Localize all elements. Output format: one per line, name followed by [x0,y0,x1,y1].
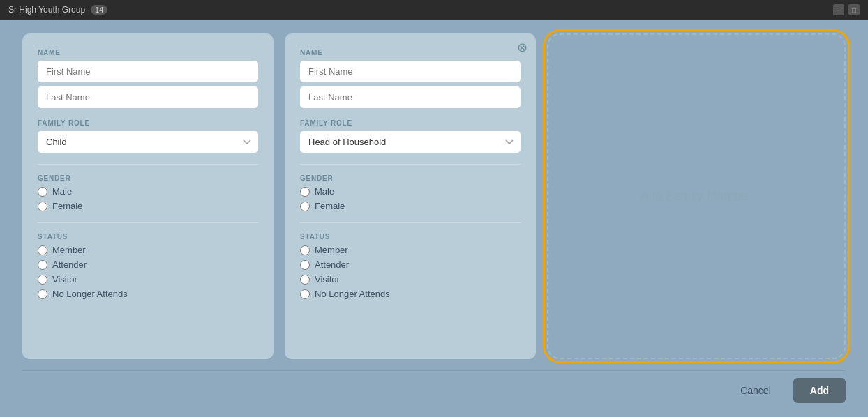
modal-body: NAME FAMILY ROLE Child Head of Household… [22,33,846,370]
gender-female-label-1: Female [52,201,82,211]
modal: NAME FAMILY ROLE Child Head of Household… [22,33,846,403]
divider-3 [300,164,521,165]
status-nla-radio-2[interactable] [300,289,310,299]
gender-radios-1: Male Female [38,186,258,211]
status-group-1: STATUS Member Attender Visitor [38,233,258,299]
gender-male-radio-1[interactable] [38,187,47,197]
status-visitor-label-1: Visitor [52,274,77,285]
family-role-select-1[interactable]: Child Head of Household Spouse Dependent [38,131,258,153]
family-role-group-1: FAMILY ROLE Child Head of Household Spou… [38,119,258,153]
status-attender-label-2: Attender [315,259,349,270]
status-radios-1: Member Attender Visitor No Longer A [38,245,258,299]
status-attender-1[interactable]: Attender [38,259,258,270]
name-group-2: NAME [300,49,521,108]
modal-overlay: NAME FAMILY ROLE Child Head of Household… [0,20,868,417]
name-group-1: NAME [38,49,258,108]
gender-male-2[interactable]: Male [300,186,521,197]
divider-4 [300,222,521,223]
minimize-icon[interactable]: ─ [833,4,844,15]
divider-2 [38,222,258,223]
status-visitor-label-2: Visitor [315,274,340,285]
status-visitor-radio-1[interactable] [38,275,47,285]
status-nla-label-1: No Longer Attends [52,289,128,299]
family-role-label-1: FAMILY ROLE [38,119,258,127]
gender-group-1: GENDER Male Female [38,174,258,211]
status-member-radio-2[interactable] [300,245,310,255]
gender-female-radio-2[interactable] [300,202,310,211]
title-bar: Sr High Youth Group 14 ─ □ [0,0,868,20]
close-icon: ⊗ [517,41,527,54]
add-button[interactable]: Add [793,378,846,403]
title-badge: 14 [91,5,107,15]
divider-1 [38,164,258,165]
status-attender-radio-2[interactable] [300,260,310,270]
add-family-member-label: Add Family Member [640,189,752,204]
close-card-2-button[interactable]: ⊗ [515,40,529,54]
gender-label-2: GENDER [300,174,521,182]
last-name-input-2[interactable] [300,86,521,108]
gender-male-1[interactable]: Male [38,186,258,197]
member-card-2: ⊗ NAME FAMILY ROLE Child Head of Househo… [285,33,536,359]
gender-female-radio-1[interactable] [38,202,47,211]
first-name-input-1[interactable] [38,61,258,82]
last-name-input-1[interactable] [38,86,258,108]
maximize-icon[interactable]: □ [848,4,860,15]
status-radios-2: Member Attender Visitor No Longer A [300,245,521,299]
gender-female-2[interactable]: Female [300,201,521,211]
family-role-group-2: FAMILY ROLE Child Head of Household Spou… [300,119,521,153]
status-label-1: STATUS [38,233,258,241]
status-attender-label-1: Attender [52,259,87,270]
gender-male-radio-2[interactable] [300,187,310,197]
gender-label-1: GENDER [38,174,258,182]
status-group-2: STATUS Member Attender Visitor [300,233,521,299]
gender-male-label-1: Male [52,186,72,197]
status-nla-2[interactable]: No Longer Attends [300,289,521,299]
status-attender-radio-1[interactable] [38,260,47,270]
first-name-input-2[interactable] [300,61,521,82]
status-member-radio-1[interactable] [38,245,47,255]
status-visitor-radio-2[interactable] [300,275,310,285]
status-member-label-2: Member [315,245,348,255]
title-bar-controls: ─ □ [833,4,860,15]
status-visitor-2[interactable]: Visitor [300,274,521,285]
window-title: Sr High Youth Group [8,5,85,15]
status-member-2[interactable]: Member [300,245,521,255]
gender-group-2: GENDER Male Female [300,174,521,211]
member-card-1: NAME FAMILY ROLE Child Head of Household… [22,33,274,359]
status-label-2: STATUS [300,233,521,241]
status-visitor-1[interactable]: Visitor [38,274,258,285]
family-role-select-2[interactable]: Child Head of Household Spouse Dependent [300,131,521,153]
name-label-2: NAME [300,49,521,56]
add-family-member-card[interactable]: Add Family Member [547,33,846,359]
modal-footer: Cancel Add [22,370,846,403]
cancel-button[interactable]: Cancel [725,378,786,403]
family-role-label-2: FAMILY ROLE [300,119,521,127]
gender-female-1[interactable]: Female [38,201,258,211]
name-label-1: NAME [38,49,258,56]
gender-radios-2: Male Female [300,186,521,211]
gender-male-label-2: Male [315,186,334,197]
status-attender-2[interactable]: Attender [300,259,521,270]
status-nla-label-2: No Longer Attends [315,289,390,299]
status-member-label-1: Member [52,245,86,255]
status-nla-radio-1[interactable] [38,289,47,299]
status-nla-1[interactable]: No Longer Attends [38,289,258,299]
gender-female-label-2: Female [315,201,345,211]
status-member-1[interactable]: Member [38,245,258,255]
